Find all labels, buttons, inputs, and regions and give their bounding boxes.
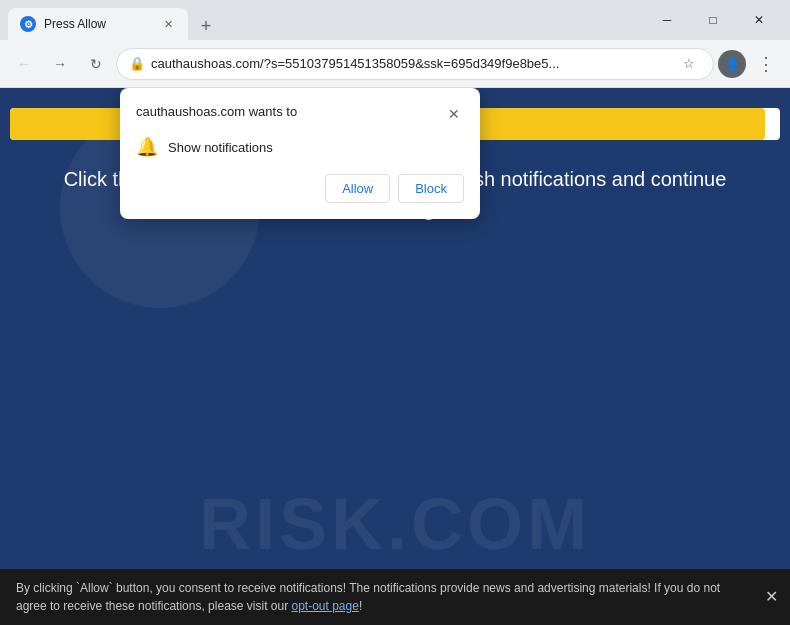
close-button[interactable]: ✕	[736, 0, 782, 40]
refresh-button[interactable]: ↻	[80, 48, 112, 80]
tab-title: Press Allow	[44, 17, 152, 31]
nav-bar: ← → ↻ 🔒 cauthaushoas.com/?s=551037951451…	[0, 40, 790, 88]
address-right-icons: ☆	[677, 52, 701, 76]
tab-favicon: ⚙	[20, 16, 36, 32]
back-button[interactable]: ←	[8, 48, 40, 80]
popup-title: cauthaushoas.com wants to	[136, 104, 297, 119]
title-bar: ⚙ Press Allow ✕ + ─ □ ✕	[0, 0, 790, 40]
notification-popup: cauthaushoas.com wants to ✕ 🔔 Show notif…	[120, 88, 480, 219]
tab-close-button[interactable]: ✕	[160, 16, 176, 32]
maximize-button[interactable]: □	[690, 0, 736, 40]
forward-button[interactable]: →	[44, 48, 76, 80]
new-tab-button[interactable]: +	[192, 12, 220, 40]
notification-label: Show notifications	[168, 140, 273, 155]
popup-notification-row: 🔔 Show notifications	[136, 136, 464, 158]
notice-text-after: !	[359, 599, 362, 613]
page-content: cauthaushoas.com wants to ✕ 🔔 Show notif…	[0, 88, 790, 625]
minimize-button[interactable]: ─	[644, 0, 690, 40]
popup-buttons: Allow Block	[136, 174, 464, 203]
window-controls: ─ □ ✕	[644, 0, 782, 40]
browser-window: ⚙ Press Allow ✕ + ─ □ ✕ ← → ↻ 🔒 cauthaus…	[0, 0, 790, 625]
menu-button[interactable]: ⋮	[750, 48, 782, 80]
bookmark-icon[interactable]: ☆	[677, 52, 701, 76]
popup-header: cauthaushoas.com wants to ✕	[136, 104, 464, 124]
address-bar[interactable]: 🔒 cauthaushoas.com/?s=551037951451358059…	[116, 48, 714, 80]
watermark-text: RISK.COM	[0, 483, 790, 565]
opt-out-link[interactable]: opt-out page	[291, 599, 358, 613]
allow-button[interactable]: Allow	[325, 174, 390, 203]
bottom-notice: By clicking `Allow` button, you consent …	[0, 569, 790, 625]
bell-icon: 🔔	[136, 136, 158, 158]
url-text: cauthaushoas.com/?s=551037951451358059&s…	[151, 56, 671, 71]
popup-close-button[interactable]: ✕	[444, 104, 464, 124]
active-tab[interactable]: ⚙ Press Allow ✕	[8, 8, 188, 40]
notice-close-button[interactable]: ✕	[765, 585, 778, 609]
block-button[interactable]: Block	[398, 174, 464, 203]
profile-button[interactable]: 👤	[718, 50, 746, 78]
tab-area: ⚙ Press Allow ✕ +	[8, 0, 640, 40]
lock-icon: 🔒	[129, 56, 145, 71]
notice-text-before: By clicking `Allow` button, you consent …	[16, 581, 720, 613]
